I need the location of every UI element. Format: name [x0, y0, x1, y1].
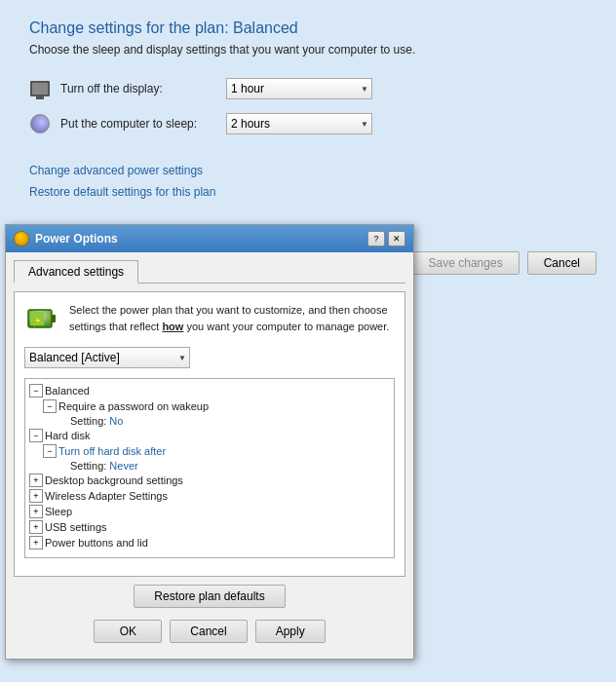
- tree-label-password: Require a password on wakeup: [58, 400, 390, 412]
- tree-label-power-buttons: Power buttons and lid: [45, 537, 390, 549]
- expand-power-buttons[interactable]: +: [29, 536, 43, 549]
- tree-item-desktop-bg: + Desktop background settings: [29, 473, 390, 488]
- expand-turnoff-harddisk[interactable]: −: [43, 444, 57, 458]
- dialog-cancel-button[interactable]: Cancel: [170, 620, 247, 643]
- expand-usb[interactable]: +: [29, 520, 43, 534]
- dialog-title-left: Power Options: [14, 231, 118, 246]
- display-label: Turn off the display:: [60, 82, 226, 95]
- tree-item-harddisk: − Hard disk: [29, 428, 390, 443]
- tree-item-wireless: + Wireless Adapter Settings: [29, 488, 390, 504]
- tree-label-harddisk-setting: Setting: Never: [70, 460, 390, 472]
- tree-item-harddisk-setting: Setting: Never: [29, 459, 390, 473]
- power-icon-large: [24, 302, 59, 337]
- tree-label-password-setting: Setting: No: [70, 415, 390, 427]
- dialog-footer: OK Cancel Apply: [14, 616, 405, 651]
- tree-label-usb: USB settings: [45, 521, 390, 533]
- tree-label-wireless: Wireless Adapter Settings: [45, 490, 390, 502]
- restore-defaults-link[interactable]: Restore default settings for this plan: [29, 185, 215, 199]
- display-setting-row: Turn off the display: 1 hour 2 hours Nev…: [29, 78, 587, 99]
- dialog-content: Select the power plan that you want to c…: [14, 291, 405, 577]
- page-subtitle: Choose the sleep and display settings th…: [29, 43, 587, 57]
- plan-dropdown[interactable]: Balanced [Active] Power saver High perfo…: [24, 347, 190, 368]
- description-text: Select the power plan that you want to c…: [69, 302, 395, 334]
- tree-label-harddisk: Hard disk: [45, 430, 390, 441]
- power-options-dialog: Power Options ? ✕ Advanced settings: [5, 224, 414, 660]
- expand-password[interactable]: −: [43, 399, 57, 413]
- plan-dropdown-wrapper: Balanced [Active] Power saver High perfo…: [24, 347, 190, 368]
- display-icon: [29, 78, 51, 99]
- tree-container[interactable]: − Balanced − Require a password on wakeu…: [24, 378, 395, 558]
- dialog-help-button[interactable]: ?: [367, 231, 385, 246]
- display-dropdown[interactable]: 1 hour 2 hours Never: [226, 78, 372, 99]
- tree-label-sleep: Sleep: [45, 506, 390, 517]
- restore-link-row: Restore default settings for this plan: [29, 185, 587, 199]
- tree-item-turnoff-harddisk: − Turn off hard disk after: [29, 443, 390, 459]
- dialog-title-controls: ? ✕: [367, 231, 405, 246]
- save-cancel-row: Save changes Cancel: [412, 251, 597, 275]
- dialog-body: Advanced settings: [6, 252, 413, 659]
- advanced-link[interactable]: Change advanced power settings: [29, 164, 203, 177]
- tab-bar: Advanced settings: [14, 260, 405, 284]
- dialog-close-button[interactable]: ✕: [388, 231, 405, 246]
- dialog-power-icon: [14, 231, 29, 246]
- description-row: Select the power plan that you want to c…: [24, 302, 395, 337]
- restore-plan-defaults-button[interactable]: Restore plan defaults: [134, 585, 285, 608]
- expand-desktop-bg[interactable]: +: [29, 474, 43, 487]
- sleep-setting-row: Put the computer to sleep: 2 hours 1 hou…: [29, 113, 587, 134]
- sleep-dropdown[interactable]: 2 hours 1 hour Never: [226, 113, 372, 134]
- sleep-label: Put the computer to sleep:: [60, 117, 226, 131]
- dialog-title-text: Power Options: [35, 232, 118, 246]
- sleep-icon: [29, 113, 51, 134]
- advanced-link-row: Change advanced power settings: [29, 164, 587, 177]
- dialog-apply-button[interactable]: Apply: [255, 620, 326, 643]
- tree-item-password-setting: Setting: No: [29, 414, 390, 428]
- expand-sleep[interactable]: +: [29, 505, 43, 518]
- page-title: Change settings for the plan: Balanced: [29, 19, 587, 37]
- expand-balanced[interactable]: −: [29, 384, 43, 398]
- tree-label-balanced: Balanced: [45, 385, 390, 397]
- tree-label-desktop-bg: Desktop background settings: [45, 474, 390, 486]
- svg-rect-1: [52, 315, 56, 322]
- cancel-button[interactable]: Cancel: [527, 251, 597, 275]
- save-changes-button[interactable]: Save changes: [412, 251, 520, 275]
- tree-item-sleep: + Sleep: [29, 504, 390, 519]
- expand-harddisk[interactable]: −: [29, 429, 43, 442]
- display-dropdown-wrapper: 1 hour 2 hours Never ▼: [226, 78, 372, 99]
- tree-item-balanced: − Balanced: [29, 383, 390, 398]
- tree-item-power-buttons: + Power buttons and lid: [29, 535, 390, 550]
- tree-label-turnoff-harddisk[interactable]: Turn off hard disk after: [58, 445, 390, 457]
- dialog-titlebar: Power Options ? ✕: [6, 225, 413, 252]
- tree-item-usb: + USB settings: [29, 519, 390, 535]
- advanced-settings-tab[interactable]: Advanced settings: [14, 260, 138, 284]
- restore-btn-row: Restore plan defaults: [14, 585, 405, 608]
- dialog-ok-button[interactable]: OK: [94, 620, 162, 643]
- sleep-dropdown-wrapper: 2 hours 1 hour Never ▼: [226, 113, 372, 134]
- tree-item-password: − Require a password on wakeup: [29, 398, 390, 414]
- expand-wireless[interactable]: +: [29, 489, 43, 503]
